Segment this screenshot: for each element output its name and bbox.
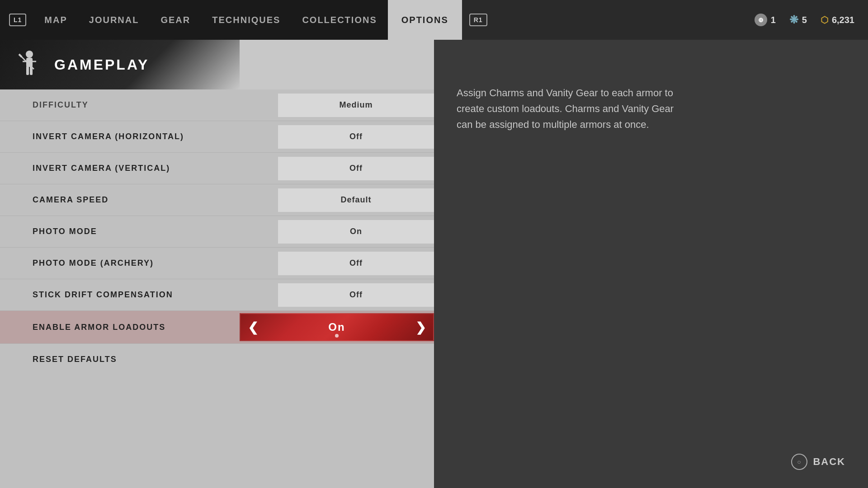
setting-value-photo-mode[interactable]: On [278, 220, 434, 244]
hud-stats: ⊕ 1 ❋ 5 ⬡ 6,231 [434, 0, 868, 40]
top-nav-bar: L1 MAP JOURNAL GEAR TECHNIQUES COLLECTIO… [0, 0, 434, 40]
hud-stat2: ❋ 5 [789, 14, 807, 26]
nav-item-options[interactable]: OPTIONS [388, 0, 462, 40]
l1-button[interactable]: L1 [9, 14, 26, 26]
setting-value-difficulty[interactable]: Medium [278, 94, 434, 117]
svg-line-4 [19, 54, 22, 57]
setting-label-stick-drift: STICK DRIFT COMPENSATION [33, 290, 278, 300]
setting-row-difficulty[interactable]: DIFFICULTY Medium [0, 89, 434, 121]
nav-item-journal[interactable]: JOURNAL [78, 15, 150, 25]
setting-label-reset: RESET DEFAULTS [33, 355, 117, 364]
setting-row-reset[interactable]: RESET DEFAULTS [0, 343, 434, 375]
setting-value-enable-armor[interactable]: ❮ On ❯ [240, 313, 434, 341]
dot-indicator [335, 334, 339, 338]
setting-value-stick-drift[interactable]: Off [278, 283, 434, 307]
setting-row-photo-archery[interactable]: PHOTO MODE (ARCHERY) Off [0, 248, 434, 279]
setting-row-enable-armor[interactable]: ENABLE ARMOR LOADOUTS ❮ On ❯ [0, 311, 434, 343]
arrow-left-icon[interactable]: ❮ [248, 320, 258, 335]
back-label: BACK [813, 456, 845, 468]
setting-label-photo-archery: PHOTO MODE (ARCHERY) [33, 258, 278, 268]
setting-value-camera-speed[interactable]: Default [278, 188, 434, 212]
stat1-icon: ⊕ [755, 14, 767, 26]
setting-label-camera-speed: CAMERA SPEED [33, 195, 278, 205]
gameplay-title: GAMEPLAY [54, 56, 149, 73]
info-description: Assign Charms and Vanity Gear to each ar… [457, 85, 683, 133]
setting-label-difficulty: DIFFICULTY [33, 100, 278, 110]
arrow-right-icon[interactable]: ❯ [415, 320, 426, 335]
setting-row-stick-drift[interactable]: STICK DRIFT COMPENSATION Off [0, 279, 434, 311]
nav-item-gear[interactable]: GEAR [150, 15, 201, 25]
enable-armor-value: On [258, 321, 415, 333]
setting-value-invert-v[interactable]: Off [278, 157, 434, 180]
warrior-icon [14, 49, 45, 80]
hud-currency: ⬡ 6,231 [821, 14, 854, 25]
back-button[interactable]: ○ BACK [791, 454, 845, 470]
back-circle-icon: ○ [791, 454, 807, 470]
nav-item-map[interactable]: MAP [33, 15, 78, 25]
currency-value: 6,231 [832, 15, 854, 25]
setting-label-photo-mode: PHOTO MODE [33, 227, 278, 236]
nav-item-collections[interactable]: COLLECTIONS [291, 15, 387, 25]
setting-value-invert-h[interactable]: Off [278, 125, 434, 149]
setting-row-invert-h[interactable]: INVERT CAMERA (HORIZONTAL) Off [0, 121, 434, 153]
nav-item-techniques[interactable]: TECHNIQUES [201, 15, 291, 25]
svg-rect-6 [30, 66, 33, 75]
gameplay-header: GAMEPLAY [0, 40, 240, 89]
svg-rect-5 [26, 66, 29, 75]
setting-row-camera-speed[interactable]: CAMERA SPEED Default [0, 184, 434, 216]
svg-point-0 [26, 51, 33, 58]
hud-stat1: ⊕ 1 [755, 14, 776, 26]
right-info-panel: Assign Charms and Vanity Gear to each ar… [434, 40, 868, 488]
settings-area: DIFFICULTY Medium INVERT CAMERA (HORIZON… [0, 89, 434, 488]
setting-label-invert-v: INVERT CAMERA (VERTICAL) [33, 164, 278, 173]
stat1-value: 1 [771, 15, 776, 25]
coin-icon: ⬡ [821, 14, 828, 25]
setting-value-photo-archery[interactable]: Off [278, 252, 434, 275]
flower-icon: ❋ [789, 14, 798, 26]
r1-button[interactable]: R1 [469, 14, 487, 26]
setting-label-invert-h: INVERT CAMERA (HORIZONTAL) [33, 132, 278, 141]
setting-row-photo-mode[interactable]: PHOTO MODE On [0, 216, 434, 248]
setting-label-enable-armor: ENABLE ARMOR LOADOUTS [33, 323, 240, 332]
stat2-value: 5 [802, 15, 807, 25]
setting-row-invert-v[interactable]: INVERT CAMERA (VERTICAL) Off [0, 153, 434, 184]
